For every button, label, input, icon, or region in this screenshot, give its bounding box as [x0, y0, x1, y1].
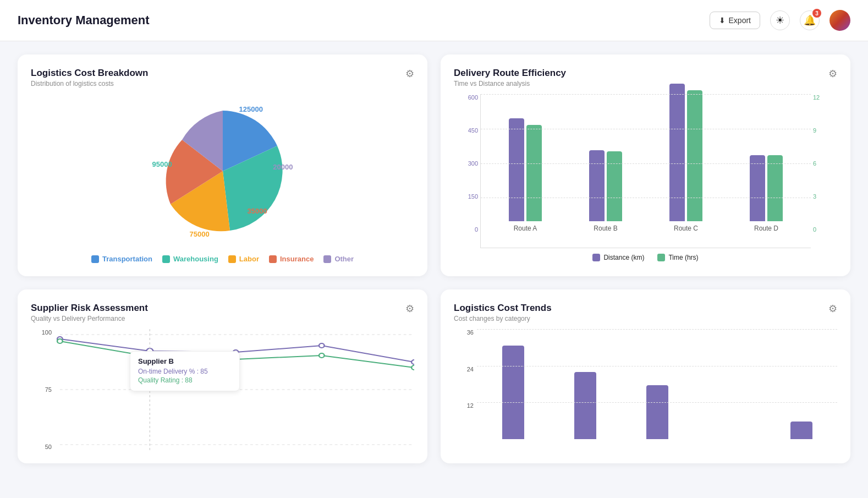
svg-point-12: [411, 365, 414, 370]
sun-icon: ☀: [776, 14, 784, 26]
route-d-distance-bar: [750, 155, 765, 221]
card-header-logistics: Logistics Cost Breakdown Distribution of…: [31, 68, 414, 87]
pie-legend: Transportation Warehousing Labor Insuran…: [91, 255, 354, 263]
route-c-time-bar: [687, 90, 702, 221]
trend-bar-rect-1: [502, 346, 524, 439]
route-b-distance-bar: [589, 150, 605, 221]
download-icon: ⬇: [719, 16, 726, 25]
legend-time: Time (hrs): [657, 254, 698, 261]
route-c-distance-bar: [669, 84, 685, 221]
legend-dot-distance: [592, 254, 600, 261]
route-b-bars: [568, 150, 644, 221]
route-a-group: Route A: [487, 118, 563, 232]
settings-button[interactable]: ☀: [770, 10, 790, 30]
trends-y-36: 36: [467, 329, 474, 336]
logistics-cost-title: Logistics Cost Breakdown: [31, 68, 148, 79]
tooltip-quality: Quality Rating : 88: [138, 376, 232, 384]
trend-bar-5: [770, 422, 833, 439]
route-a-label: Route A: [514, 225, 537, 232]
route-a-distance-bar: [509, 118, 524, 221]
legend-insurance: Insurance: [269, 255, 314, 263]
y-right-3: 3: [813, 193, 816, 200]
legend-dot-insurance: [269, 255, 277, 263]
logistics-trends-card: Logistics Cost Trends Cost changes by ca…: [441, 289, 850, 463]
route-b-group: Route B: [568, 150, 644, 232]
main-content: Logistics Cost Breakdown Distribution of…: [0, 41, 868, 477]
y-left-600: 600: [468, 94, 478, 101]
chart-inner: Route A Route B: [480, 94, 811, 248]
app-header: Inventory Management ⬇ Export ☀ 🔔 3: [0, 0, 868, 41]
legend-label-warehousing: Warehousing: [173, 255, 218, 263]
y-right-0: 0: [813, 226, 816, 233]
route-b-label: Route B: [594, 225, 617, 232]
notification-button[interactable]: 🔔 3: [800, 10, 820, 30]
y-left-450: 450: [468, 127, 478, 134]
tooltip-title: Supplier B: [138, 357, 232, 365]
trends-y-axis: 36 24 12: [454, 329, 474, 439]
export-button[interactable]: ⬇ Export: [710, 12, 760, 29]
trends-settings[interactable]: ⚙: [828, 303, 837, 315]
y-right-9: 9: [813, 127, 816, 134]
bars-area: Route A Route B: [481, 94, 811, 232]
supplier-risk-card: Supplier Risk Assessment Quality vs Deli…: [18, 289, 427, 463]
trends-bars: [477, 329, 837, 439]
legend-labor: Labor: [228, 255, 259, 263]
supplier-title: Supplier Risk Assessment: [31, 303, 148, 314]
delivery-chart: 600 450 300 150 0: [454, 94, 837, 248]
pie-chart-container: 125000 95000 75000 35000 20000 Transport…: [31, 94, 414, 263]
route-d-time-bar: [767, 155, 783, 221]
tooltip-delivery: On-time Delivery % : 85: [138, 368, 232, 375]
header-actions: ⬇ Export ☀ 🔔 3: [710, 10, 850, 31]
route-c-label: Route C: [674, 225, 698, 232]
legend-label-distance: Distance (km): [603, 254, 644, 261]
legend-dot-other: [323, 255, 331, 263]
trends-bars-area: [477, 329, 837, 439]
delivery-title: Delivery Route Efficiency: [454, 68, 566, 79]
route-b-time-bar: [607, 151, 622, 221]
y-axis-left: 600 450 300 150 0: [454, 94, 478, 233]
pie-chart: 125000 95000 75000 35000 20000: [151, 100, 294, 243]
delivery-settings[interactable]: ⚙: [828, 68, 837, 80]
trend-bar-rect-3: [646, 385, 668, 439]
trends-y-12: 12: [467, 402, 474, 409]
legend-dot-warehousing: [162, 255, 170, 263]
trend-bar-3: [625, 385, 689, 439]
route-c-bars: [648, 84, 724, 221]
legend-dot-labor: [228, 255, 236, 263]
trend-bar-rect-5: [790, 422, 812, 439]
card-header-trends: Logistics Cost Trends Cost changes by ca…: [454, 303, 837, 322]
supplier-settings[interactable]: ⚙: [405, 303, 414, 315]
y-right-12: 12: [813, 94, 820, 101]
notification-badge: 3: [812, 9, 821, 18]
pie-label-labor: 75000: [190, 230, 210, 238]
logistics-cost-subtitle: Distribution of logistics costs: [31, 80, 148, 87]
avatar[interactable]: [829, 10, 850, 31]
pie-svg: [151, 100, 294, 243]
y-left-150: 150: [468, 193, 478, 200]
route-c-group: Route C: [648, 84, 724, 232]
route-d-label: Route D: [754, 225, 778, 232]
legend-transportation: Transportation: [91, 255, 152, 263]
delivery-subtitle: Time vs Distance analysis: [454, 80, 566, 87]
svg-point-7: [411, 360, 414, 364]
legend-label-time: Time (hrs): [668, 254, 698, 261]
pie-label-warehousing: 95000: [152, 160, 172, 168]
y-left-300: 300: [468, 160, 478, 167]
logistics-cost-card: Logistics Cost Breakdown Distribution of…: [18, 54, 427, 276]
supplier-tooltip: Supplier B On-time Delivery % : 85 Quali…: [130, 351, 240, 391]
card-title-area-delivery: Delivery Route Efficiency Time vs Distan…: [454, 68, 566, 87]
y-right-6: 6: [813, 160, 816, 167]
route-a-time-bar: [526, 125, 542, 221]
legend-distance: Distance (km): [592, 254, 644, 261]
legend-label-insurance: Insurance: [280, 255, 314, 263]
legend-label-labor: Labor: [239, 255, 259, 263]
supplier-chart-area: 100 75 50: [31, 329, 414, 450]
card-header-delivery: Delivery Route Efficiency Time vs Distan…: [454, 68, 837, 87]
pie-label-other: 20000: [273, 163, 293, 171]
card-header-supplier: Supplier Risk Assessment Quality vs Deli…: [31, 303, 414, 322]
trends-subtitle: Cost changes by category: [454, 315, 552, 322]
logistics-cost-settings[interactable]: ⚙: [405, 68, 414, 80]
route-d-group: Route D: [728, 155, 804, 232]
trend-bar-2: [553, 372, 617, 439]
y-axis-right: 12 9 6 3 0: [813, 94, 837, 233]
